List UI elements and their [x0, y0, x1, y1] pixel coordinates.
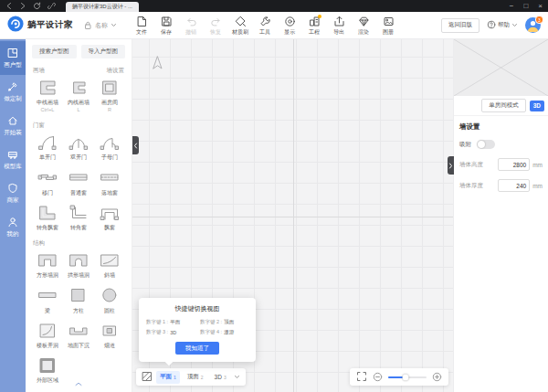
catalog-grid: 中线画墙Ctrl+L内线画墙L画房间R: [32, 79, 125, 113]
sidebar-item-library[interactable]: 模型库: [0, 143, 26, 176]
refresh-icon[interactable]: [33, 2, 41, 10]
undo-icon: [185, 16, 197, 28]
caret-down-icon[interactable]: [234, 374, 240, 380]
zoom-out-icon[interactable]: [373, 369, 383, 386]
catalog-item-door-single[interactable]: 单开门: [32, 133, 63, 161]
catalog-item-window[interactable]: 普通窗: [63, 168, 94, 196]
catalog-item-outdoor-area[interactable]: 外部区域: [32, 356, 63, 384]
toolbar-label: 保存: [161, 28, 172, 37]
import-floorplan-button[interactable]: 导入户型图: [81, 45, 126, 58]
sidebar-item-floorplan[interactable]: 画户型: [0, 41, 26, 75]
view-3d-button[interactable]: 3D: [530, 101, 544, 111]
single-room-mode-button[interactable]: 单房间模式: [481, 99, 526, 112]
catalog-item-label: 圆柱: [104, 308, 115, 314]
primary-sidebar: 画户型做定制开始装模型库商家我的: [0, 39, 26, 392]
catalog-item-slant-wall[interactable]: 斜墙: [94, 251, 125, 279]
catalog-item-door-unequal[interactable]: 子母门: [94, 133, 125, 161]
forward-icon[interactable]: [19, 2, 26, 10]
catalog-item-door-double[interactable]: 双开门: [63, 133, 94, 161]
tab-title: 躺平设计家3D云设计 - ...: [72, 3, 132, 11]
app-logo-icon[interactable]: [7, 16, 24, 36]
zoom-bar: [350, 368, 448, 386]
catalog-grid: 单开门双开门子母门移门普通窗落地窗转角飘窗转角窗飘窗: [32, 133, 125, 231]
zoom-in-icon[interactable]: [432, 369, 442, 386]
file-button[interactable]: 文件: [130, 15, 153, 37]
view-tab-平面[interactable]: 平面1: [156, 371, 180, 384]
view-tab-顶面[interactable]: 顶面2: [184, 371, 207, 384]
wall-settings-link[interactable]: 墙设置: [107, 67, 125, 75]
link-icon[interactable]: [47, 2, 56, 10]
sidebar-item-label: 开始装: [4, 129, 22, 137]
save-button[interactable]: 保存: [154, 15, 178, 37]
catalog-item-label: 内线画墙: [68, 100, 90, 106]
back-to-old-version-button[interactable]: 返回旧版: [441, 18, 480, 33]
floorplan-icon: [7, 48, 18, 59]
view-tab-3d[interactable]: 3D3: [211, 372, 230, 383]
sidebar-item-house[interactable]: 开始装: [0, 109, 26, 143]
collapse-right-panel-handle[interactable]: [448, 156, 454, 175]
search-floorplan-button[interactable]: 搜索户型图: [32, 45, 77, 58]
collapse-left-panel-handle[interactable]: [132, 136, 139, 154]
field-input-wall-height[interactable]: 2800: [498, 158, 530, 171]
render-button[interactable]: 渲染: [352, 15, 375, 37]
catalog-item-corner-window[interactable]: 转角窗: [63, 204, 94, 231]
catalog-item-wall-inner[interactable]: 内线画墙L: [63, 79, 94, 113]
catalog-item-bay-corner[interactable]: 转角飘窗: [32, 204, 63, 231]
render-icon: [358, 16, 370, 28]
sidebar-item-customize[interactable]: 做定制: [0, 75, 26, 109]
close-button[interactable]: ×: [538, 0, 543, 12]
user-avatar[interactable]: 3: [525, 17, 541, 33]
window-floor-icon: [98, 168, 121, 188]
shortcut-view: 3D: [170, 330, 176, 335]
view-mode-icon[interactable]: [142, 371, 153, 383]
sidebar-item-shop[interactable]: 商家: [0, 176, 26, 210]
document-name[interactable]: 名称: [83, 20, 117, 31]
catalog-item-column-round[interactable]: 圆柱: [94, 286, 125, 313]
catalog-item-room[interactable]: 画房间R: [94, 79, 125, 113]
minimize-button[interactable]: −: [510, 0, 514, 12]
shortcut-row: 数字键 1 :平面: [146, 319, 195, 325]
export-icon: [333, 16, 345, 28]
sidebar-item-user[interactable]: 我的: [0, 210, 26, 244]
help-icon: [487, 20, 496, 30]
toolbar-label: 显示: [284, 28, 295, 37]
toolbar-label: 渲染: [358, 28, 369, 37]
brush-button[interactable]: 材质刷: [228, 15, 252, 37]
redo-icon: [210, 16, 222, 28]
display-button[interactable]: 显示: [278, 15, 301, 37]
chevron-up-icon[interactable]: [75, 374, 83, 390]
wall-mid-icon: [36, 79, 59, 99]
catalog-item-hole-arch[interactable]: 拱形墙洞: [63, 251, 94, 279]
catalog-item-label: 方形墙洞: [37, 272, 58, 279]
snap-toggle[interactable]: [477, 140, 495, 149]
catalog-item-flue[interactable]: 烟道: [94, 322, 125, 349]
zoom-slider[interactable]: [388, 376, 427, 378]
view-tab-label: 平面: [160, 373, 172, 381]
got-it-button[interactable]: 我知道了: [175, 342, 219, 355]
catalog-item-door-sliding[interactable]: 移门: [32, 168, 63, 196]
catalog-item-floor-sunken[interactable]: 地面下沉: [63, 322, 94, 349]
section-title: 结构: [33, 239, 45, 248]
catalog-item-slab-hole[interactable]: 楼板开洞: [32, 322, 63, 349]
catalog-item-bay-window[interactable]: 飘窗: [94, 204, 125, 231]
catalog-item-column-square[interactable]: 方柱: [63, 286, 94, 313]
field-input-wall-thickness[interactable]: 240: [498, 179, 530, 192]
album-button[interactable]: 图册: [376, 15, 400, 37]
catalog-item-wall-mid[interactable]: 中线画墙Ctrl+L: [32, 79, 63, 113]
toolbar-label: 恢复: [210, 28, 221, 37]
empty-preview-area: [454, 39, 548, 96]
floorplan-canvas[interactable]: 快捷键切换视图 数字键 1 :平面数字键 2 :顶面数字键 3 :3D数字键 4…: [132, 39, 453, 392]
shortcut-key: 数字键 4 :: [200, 329, 222, 335]
fit-screen-icon[interactable]: [356, 369, 367, 386]
help-menu[interactable]: 帮助: [487, 20, 518, 30]
maximize-button[interactable]: □: [523, 0, 528, 12]
catalog-item-window-floor[interactable]: 落地窗: [94, 168, 125, 196]
browser-tab[interactable]: 躺平设计家3D云设计 - ...: [66, 2, 139, 12]
back-icon[interactable]: [5, 2, 13, 10]
project-button[interactable]: 工程: [302, 15, 326, 37]
export-button[interactable]: 导出: [327, 15, 351, 37]
zoom-slider-knob[interactable]: [402, 374, 408, 380]
catalog-item-hole-rect[interactable]: 方形墙洞: [32, 251, 63, 279]
tools-button[interactable]: 工具: [253, 15, 277, 37]
catalog-item-beam[interactable]: 梁: [32, 286, 63, 313]
